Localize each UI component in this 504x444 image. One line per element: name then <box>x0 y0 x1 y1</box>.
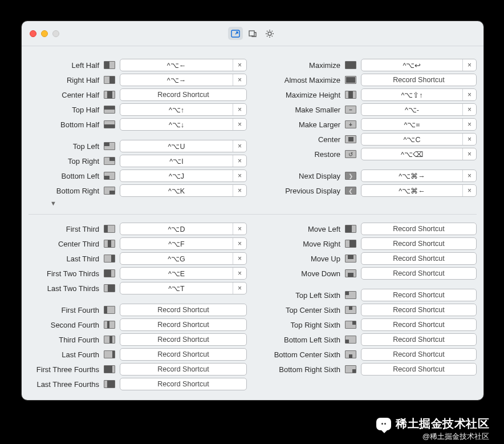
shortcut-field[interactable]: Record Shortcut <box>120 318 247 331</box>
clear-shortcut-button[interactable]: × <box>233 119 246 130</box>
shortcut-value: Record Shortcut <box>361 253 476 264</box>
action-label: Center Third <box>29 240 103 248</box>
shortcut-field[interactable]: Record Shortcut <box>361 318 477 331</box>
clear-shortcut-button[interactable]: × <box>233 74 246 86</box>
shortcut-row: Move RightRecord Shortcut <box>258 236 477 251</box>
shortcut-field[interactable]: Record Shortcut <box>120 88 247 101</box>
shortcut-field[interactable]: ^⌥↓× <box>120 118 247 131</box>
six-tc-icon <box>344 305 357 315</box>
shortcut-field[interactable]: Record Shortcut <box>361 333 477 346</box>
action-label: Second Fourth <box>29 321 103 329</box>
shortcut-field[interactable]: Record Shortcut <box>361 267 477 280</box>
clear-shortcut-button[interactable]: × <box>233 253 246 264</box>
clear-shortcut-button[interactable]: × <box>462 148 476 160</box>
shortcut-field[interactable]: ^⌥D× <box>120 223 247 235</box>
next-display-icon: ❯ <box>344 171 357 181</box>
preferences-window: Left Half^⌥←×Right Half^⌥→×Center HalfRe… <box>22 21 483 400</box>
shortcut-field[interactable]: ^⌥U× <box>120 140 247 152</box>
action-label: Next Display <box>258 172 344 180</box>
shortcut-row: First Three FourthsRecord Shortcut <box>29 362 247 377</box>
shortcut-field[interactable]: ^⌥K× <box>120 184 247 197</box>
tab-settings[interactable] <box>262 27 277 40</box>
shortcut-field[interactable]: ^⌥→× <box>120 74 247 86</box>
shortcut-field[interactable]: ^⌥⌘→× <box>361 169 477 182</box>
clear-shortcut-button[interactable]: × <box>462 134 476 145</box>
clear-shortcut-button[interactable]: × <box>233 170 246 181</box>
shortcut-value: Record Shortcut <box>120 378 246 390</box>
shortcut-row: Previous Display❮^⌥⌘←× <box>258 183 477 198</box>
shortcut-field[interactable]: ^⌥⌫× <box>361 148 477 160</box>
clear-shortcut-button[interactable]: × <box>462 104 476 115</box>
clear-shortcut-button[interactable]: × <box>233 155 246 167</box>
clear-shortcut-button[interactable]: × <box>462 119 476 130</box>
tab-shortcuts[interactable] <box>228 27 243 40</box>
shortcut-field[interactable]: ^⌥←× <box>120 59 247 71</box>
shortcut-value: Record Shortcut <box>361 268 476 279</box>
action-label: Bottom Right Sixth <box>258 365 344 374</box>
action-label: Bottom Half <box>29 120 103 129</box>
shortcut-field[interactable]: ^⌥I× <box>120 155 247 167</box>
tab-snapping[interactable] <box>245 27 260 40</box>
shortcut-field[interactable]: Record Shortcut <box>120 363 247 376</box>
disclosure-toggle[interactable]: ▼ <box>50 198 477 208</box>
move-right-icon <box>344 239 357 249</box>
shortcut-field[interactable]: ^⌥⌘←× <box>361 184 477 197</box>
shortcut-field[interactable]: ^⌥E× <box>120 267 247 280</box>
clear-shortcut-button[interactable]: × <box>233 104 246 115</box>
wechat-icon <box>376 418 391 430</box>
shortcut-field[interactable]: Record Shortcut <box>361 74 477 86</box>
shortcut-field[interactable]: ^⌥↑× <box>120 103 247 116</box>
shortcut-field[interactable]: Record Shortcut <box>120 348 247 361</box>
shortcut-row: Top Half^⌥↑× <box>29 102 247 117</box>
action-label: Make Larger <box>258 120 344 129</box>
clear-shortcut-button[interactable]: × <box>462 185 476 196</box>
shortcut-field[interactable]: Record Shortcut <box>361 252 477 265</box>
six-tl-icon <box>344 290 357 300</box>
fourth-2-icon <box>103 320 116 330</box>
shortcut-field[interactable]: ^⌥J× <box>120 169 247 182</box>
clear-shortcut-button[interactable]: × <box>233 59 246 71</box>
shortcut-field[interactable]: Record Shortcut <box>120 333 247 346</box>
clear-shortcut-button[interactable]: × <box>233 268 246 279</box>
shortcut-field[interactable]: Record Shortcut <box>120 304 247 316</box>
third-23-icon <box>103 283 116 293</box>
shortcut-field[interactable]: ^⌥↩× <box>361 59 477 71</box>
smaller-icon: – <box>344 104 357 115</box>
clear-shortcut-button[interactable]: × <box>462 170 476 181</box>
shortcut-row: Make Smaller–^⌥-× <box>258 102 477 117</box>
shortcut-field[interactable]: Record Shortcut <box>120 378 247 390</box>
shortcut-value: Record Shortcut <box>120 334 246 345</box>
close-window[interactable] <box>30 30 36 37</box>
clear-shortcut-button[interactable]: × <box>233 282 246 294</box>
shortcut-field[interactable]: ^⌥-× <box>361 103 477 116</box>
clear-shortcut-button[interactable]: × <box>233 223 246 235</box>
shortcut-field[interactable]: ^⌥⇧↑× <box>361 88 477 101</box>
shortcut-field[interactable]: ^⌥G× <box>120 252 247 265</box>
minimize-window[interactable] <box>41 30 48 37</box>
shortcut-value: Record Shortcut <box>361 304 476 316</box>
action-label: Last Two Thirds <box>29 284 103 293</box>
shortcut-field[interactable]: ^⌥=× <box>361 118 477 131</box>
clear-shortcut-button[interactable]: × <box>233 140 246 152</box>
clear-shortcut-button[interactable]: × <box>233 238 246 249</box>
shortcut-value: Record Shortcut <box>361 223 476 235</box>
shortcut-field[interactable]: ^⌥T× <box>120 282 247 294</box>
bottom-half-icon <box>103 119 116 130</box>
shortcut-field[interactable]: Record Shortcut <box>361 348 477 361</box>
watermark-name: 稀土掘金技术社区 <box>396 416 489 431</box>
shortcut-field[interactable]: Record Shortcut <box>361 304 477 316</box>
shortcut-field[interactable]: ^⌥C× <box>361 133 477 146</box>
fourth-123-icon <box>103 364 116 374</box>
clear-shortcut-button[interactable]: × <box>462 59 476 71</box>
shortcut-field[interactable]: Record Shortcut <box>361 289 477 301</box>
shortcut-row: Top Right^⌥I× <box>29 154 247 168</box>
clear-shortcut-button[interactable]: × <box>462 89 476 100</box>
shortcut-field[interactable]: Record Shortcut <box>361 237 477 250</box>
six-tr-icon <box>344 320 357 330</box>
clear-shortcut-button[interactable]: × <box>233 185 246 196</box>
shortcut-row: Top Right SixthRecord Shortcut <box>258 317 477 332</box>
zoom-window[interactable] <box>52 30 59 37</box>
shortcut-field[interactable]: ^⌥F× <box>120 237 247 250</box>
shortcut-field[interactable]: Record Shortcut <box>361 223 477 235</box>
shortcut-field[interactable]: Record Shortcut <box>361 363 477 376</box>
